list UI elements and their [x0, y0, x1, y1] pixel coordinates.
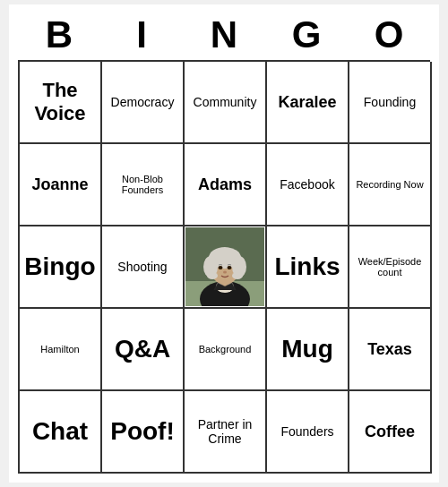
cell-1-0: Joanne [20, 144, 102, 226]
cell-3-1: Q&A [102, 309, 185, 391]
cell-0-1: Democracy [102, 62, 185, 144]
cell-0-2: Community [185, 62, 267, 144]
cell-4-4: Coffee [349, 391, 432, 474]
header-b: B [20, 13, 99, 56]
svg-point-11 [232, 272, 243, 279]
cell-2-2-free [185, 226, 267, 309]
cell-4-1: Poof! [102, 391, 185, 474]
cell-1-1: Non-Blob Founders [102, 144, 185, 226]
header-i: I [102, 13, 181, 56]
svg-point-13 [228, 266, 232, 269]
cell-0-4: Founding [349, 62, 432, 144]
cell-2-4: Week/Episode count [349, 226, 432, 309]
cell-1-4: Recording Now [349, 144, 432, 226]
cell-3-2: Background [185, 309, 267, 391]
bingo-header: B I N G O [18, 13, 430, 56]
cell-2-0: Bingo [20, 226, 102, 309]
cell-1-2: Adams [185, 144, 267, 226]
cell-2-3: Links [267, 226, 349, 309]
header-o: O [349, 13, 428, 56]
cell-3-3: Mug [267, 309, 349, 391]
cell-4-0: Chat [20, 391, 102, 474]
svg-point-12 [219, 266, 223, 269]
bingo-card: B I N G O The Voice Democracy Community … [9, 4, 439, 483]
cell-0-3: Karalee [267, 62, 349, 144]
cell-2-1: Shooting [102, 226, 185, 309]
cell-4-2: Partner in Crime [185, 391, 267, 474]
header-g: G [267, 13, 346, 56]
cell-3-4: Texas [349, 309, 432, 391]
svg-point-10 [207, 272, 218, 279]
svg-point-14 [223, 271, 227, 274]
cell-3-0: Hamilton [20, 309, 102, 391]
cell-4-3: Founders [267, 391, 349, 474]
bingo-grid: The Voice Democracy Community Karalee Fo… [18, 60, 430, 474]
cell-1-3: Facebook [267, 144, 349, 226]
cell-0-0: The Voice [20, 62, 102, 144]
header-n: N [185, 13, 263, 56]
